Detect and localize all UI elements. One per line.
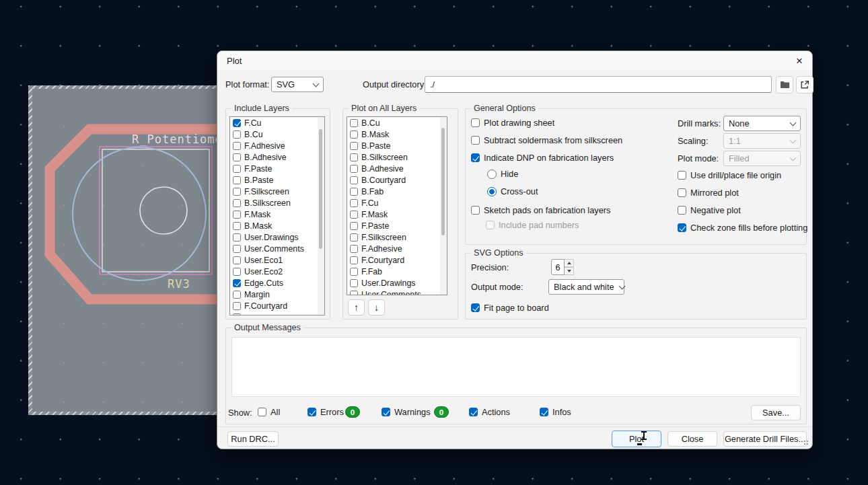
include-layers-list[interactable]: F.Cu B.Cu F.Adhesive B.Adhesive F.Paste (229, 116, 325, 315)
show-actions-checkbox[interactable] (469, 408, 478, 416)
layer-checkbox[interactable] (233, 291, 241, 299)
layer-row[interactable]: F.Silkscreen (230, 186, 324, 197)
layer-checkbox[interactable] (350, 153, 358, 161)
close-icon[interactable]: × (796, 55, 803, 67)
show-warnings-row[interactable]: Warnings (382, 406, 431, 418)
layer-row[interactable]: B.Silkscreen (230, 197, 324, 209)
layer-checkbox[interactable] (233, 313, 241, 316)
layer-checkbox[interactable] (350, 176, 358, 184)
layer-row[interactable]: User.Eco1 (230, 254, 324, 266)
layer-checkbox[interactable] (350, 199, 358, 207)
check-zone-checkbox[interactable] (678, 223, 686, 232)
layer-checkbox[interactable] (350, 256, 358, 264)
layer-checkbox[interactable] (233, 279, 241, 287)
move-layer-up-button[interactable]: ↑ (348, 299, 365, 315)
layer-row[interactable]: F.Adhesive (347, 243, 447, 254)
layer-checkbox[interactable] (350, 142, 358, 150)
dnp-hide-row[interactable]: Hide (487, 168, 518, 180)
layer-row[interactable] (230, 311, 324, 315)
layer-checkbox[interactable] (233, 165, 241, 173)
drill-marks-select[interactable]: None (723, 116, 801, 131)
show-infos-checkbox[interactable] (540, 408, 548, 416)
layer-checkbox[interactable] (233, 188, 241, 196)
layer-row[interactable]: User.Comments (230, 243, 324, 254)
fit-page-row[interactable]: Fit page to board (471, 302, 549, 313)
layer-checkbox[interactable] (233, 245, 241, 253)
use-origin-row[interactable]: Use drill/place file origin (678, 170, 781, 181)
mirrored-plot-row[interactable]: Mirrored plot (678, 187, 739, 198)
layer-row[interactable]: B.Silkscreen (347, 151, 447, 163)
layer-row[interactable]: User.Comments (347, 289, 447, 295)
show-actions-row[interactable]: Actions (469, 406, 510, 418)
layer-checkbox[interactable] (350, 268, 358, 276)
layer-row[interactable]: B.Cu (347, 117, 447, 128)
layer-row[interactable]: B.Mask (230, 220, 324, 231)
show-all-checkbox[interactable] (258, 408, 266, 416)
layer-row[interactable]: F.Fab (347, 266, 447, 277)
layer-checkbox[interactable] (233, 130, 241, 139)
layer-row[interactable]: F.Courtyard (347, 254, 447, 266)
layer-checkbox[interactable] (233, 211, 241, 219)
layer-checkbox[interactable] (233, 199, 241, 207)
mirrored-plot-checkbox[interactable] (678, 188, 686, 197)
layer-row[interactable]: User.Drawings (230, 231, 324, 243)
plot-format-select[interactable]: SVG (271, 77, 324, 92)
layer-checkbox[interactable] (233, 119, 241, 127)
output-directory-input[interactable] (425, 76, 772, 93)
layer-checkbox[interactable] (233, 176, 241, 184)
precision-value[interactable]: 6 (551, 259, 565, 275)
layer-row[interactable]: B.Paste (347, 140, 447, 151)
layer-row[interactable]: F.Paste (347, 220, 447, 231)
layer-row[interactable]: F.Paste (230, 163, 324, 174)
fit-page-checkbox[interactable] (471, 303, 480, 312)
layer-row[interactable]: F.Mask (347, 209, 447, 220)
layer-checkbox[interactable] (233, 222, 241, 230)
show-all-row[interactable]: All (258, 406, 280, 418)
resize-grip[interactable] (803, 439, 809, 446)
layer-row[interactable]: B.Mask (347, 128, 447, 140)
layer-row[interactable]: B.Fab (347, 186, 447, 197)
layer-row[interactable]: B.Adhesive (230, 151, 324, 163)
negative-plot-checkbox[interactable] (678, 206, 686, 215)
open-output-folder-button[interactable] (796, 76, 813, 94)
precision-spinner[interactable]: 6 (551, 259, 574, 275)
use-origin-checkbox[interactable] (678, 171, 686, 180)
layer-checkbox[interactable] (233, 256, 241, 264)
plot-button[interactable]: Plot (612, 431, 661, 447)
run-drc-button[interactable]: Run DRC... (227, 431, 279, 447)
layer-checkbox[interactable] (233, 142, 241, 150)
check-zone-row[interactable]: Check zone fills before plotting (678, 222, 807, 233)
layer-checkbox[interactable] (233, 268, 241, 276)
layer-checkbox[interactable] (233, 302, 241, 310)
include-layers-scrollbar[interactable] (318, 117, 324, 315)
plot-drawing-sheet-row[interactable]: Plot drawing sheet (471, 117, 554, 128)
layer-row[interactable]: F.Courtyard (230, 300, 324, 311)
layer-checkbox[interactable] (350, 211, 358, 219)
layer-row[interactable]: F.Adhesive (230, 140, 324, 151)
layer-row[interactable]: F.Cu (347, 197, 447, 209)
subtract-soldermask-row[interactable]: Subtract soldermask from silkscreen (471, 135, 622, 146)
spin-up-button[interactable] (565, 259, 574, 267)
show-infos-row[interactable]: Infos (540, 406, 571, 418)
cross-out-radio[interactable] (487, 187, 497, 196)
save-button[interactable]: Save... (751, 405, 801, 420)
output-mode-select[interactable]: Black and white (548, 279, 624, 295)
layer-checkbox[interactable] (350, 279, 358, 287)
hide-radio[interactable] (487, 170, 497, 179)
layer-row[interactable]: F.Silkscreen (347, 231, 447, 243)
layer-row[interactable]: User.Eco2 (230, 266, 324, 277)
layer-row[interactable]: B.Cu (230, 128, 324, 140)
layer-row[interactable]: B.Adhesive (347, 163, 447, 174)
layer-checkbox[interactable] (350, 291, 358, 296)
show-errors-row[interactable]: Errors (308, 406, 344, 418)
indicate-dnp-row[interactable]: Indicate DNP on fabrication layers (471, 152, 614, 163)
move-layer-down-button[interactable]: ↓ (368, 299, 385, 315)
show-errors-checkbox[interactable] (308, 408, 316, 416)
layer-checkbox[interactable] (233, 153, 241, 161)
layer-checkbox[interactable] (350, 222, 358, 230)
spin-down-button[interactable] (565, 267, 574, 275)
sketch-pads-checkbox[interactable] (471, 206, 480, 215)
layer-row[interactable]: F.Cu (230, 117, 324, 128)
layer-checkbox[interactable] (350, 233, 358, 241)
layer-row[interactable]: B.Courtyard (347, 174, 447, 186)
